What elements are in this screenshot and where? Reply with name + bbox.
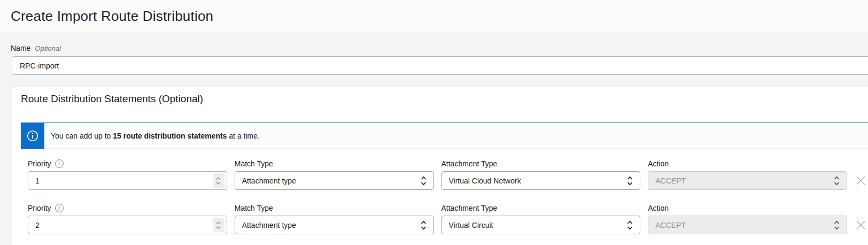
action-select: ACCEPT [648, 216, 847, 234]
action-field: Action ACCEPT [648, 159, 847, 190]
info-banner-text: You can add up to 15 route distribution … [44, 123, 868, 149]
action-field: Action ACCEPT [648, 203, 847, 234]
banner-text-before: You can add up to [51, 132, 113, 140]
chevron-updown-icon [834, 220, 840, 230]
chevron-updown-icon [834, 176, 840, 186]
match-type-label: Match Type [235, 159, 434, 169]
attachment-type-label: Attachment Type [441, 159, 641, 169]
info-circle-icon [27, 130, 38, 142]
info-banner: You can add up to 15 route distribution … [21, 122, 868, 149]
priority-value-input[interactable] [35, 221, 213, 229]
page-title: Create Import Route Distribution [11, 8, 213, 25]
action-label: Action [648, 159, 847, 169]
stepper-down-icon [216, 181, 221, 185]
attachment-type-label: Attachment Type [441, 203, 641, 213]
priority-info-icon[interactable]: i [55, 204, 64, 212]
action-label: Action [648, 203, 847, 213]
statement-row: Priority i Match Type Attachment type At… [28, 203, 866, 234]
page-header: Create Import Route Distribution [0, 0, 868, 33]
match-type-field: Match Type Attachment type [235, 159, 434, 190]
priority-field: Priority i [28, 159, 227, 190]
route-distribution-statements-card: Route Distribution Statements (Optional)… [12, 87, 868, 245]
match-type-select[interactable]: Attachment type [235, 171, 434, 190]
stepper-down-icon [216, 226, 221, 229]
chevron-updown-icon [421, 220, 427, 230]
chevron-updown-icon [627, 176, 633, 186]
match-type-label: Match Type [235, 203, 434, 213]
stepper-up-icon [216, 177, 221, 180]
match-type-select[interactable]: Attachment type [235, 216, 434, 234]
priority-input[interactable] [28, 216, 227, 234]
match-type-field: Match Type Attachment type [235, 203, 434, 234]
remove-statement-button[interactable] [855, 216, 866, 234]
section-title: Route Distribution Statements (Optional) [21, 93, 203, 105]
chevron-updown-icon [421, 176, 427, 186]
close-icon [856, 220, 866, 230]
name-label: Name [11, 44, 30, 52]
attachment-type-field: Attachment Type Virtual Circuit [441, 203, 641, 234]
priority-input[interactable] [28, 171, 227, 190]
remove-statement-button[interactable] [855, 171, 866, 190]
priority-label: Priority i [28, 203, 227, 213]
close-icon [856, 175, 866, 186]
name-input[interactable] [12, 56, 868, 75]
attachment-type-select[interactable]: Virtual Circuit [441, 216, 641, 234]
priority-label: Priority i [28, 159, 227, 169]
chevron-updown-icon [627, 220, 633, 230]
banner-text-after: at a time. [227, 132, 259, 140]
action-select: ACCEPT [648, 171, 847, 190]
name-optional-label: Optional [35, 44, 60, 52]
stepper-up-icon [216, 221, 221, 225]
priority-stepper[interactable] [213, 173, 224, 188]
priority-info-icon[interactable]: i [55, 159, 64, 168]
attachment-type-select[interactable]: Virtual Cloud Network [441, 171, 641, 190]
priority-field: Priority i [28, 203, 227, 234]
statement-row: Priority i Match Type Attachment type At… [28, 159, 866, 190]
priority-value-input[interactable] [35, 177, 213, 185]
info-banner-icon-block [21, 123, 44, 149]
name-field-label-row: Name Optional [11, 44, 61, 52]
banner-text-bold: 15 route distribution statements [113, 132, 227, 140]
priority-stepper[interactable] [213, 218, 224, 232]
attachment-type-field: Attachment Type Virtual Cloud Network [441, 159, 641, 190]
